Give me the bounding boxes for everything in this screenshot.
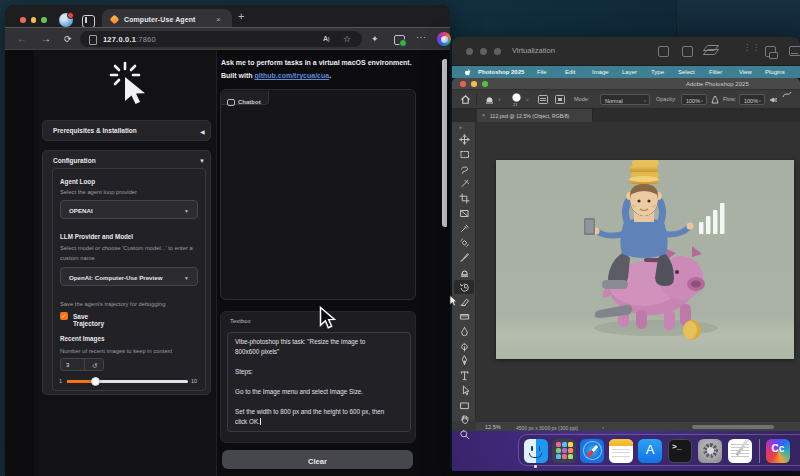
address-bar[interactable]: 127.0.0.1:7860 A) ☆: [80, 31, 362, 47]
menu-image[interactable]: Image: [592, 69, 609, 75]
accordion-configuration[interactable]: Configuration ▼ Agent Loop Select the ag…: [42, 150, 211, 395]
window-close-button[interactable]: [460, 81, 466, 87]
tool-lasso-icon[interactable]: [459, 164, 470, 175]
forward-button[interactable]: →: [41, 33, 51, 45]
dock-finder-icon[interactable]: [524, 439, 548, 463]
dock-safari-icon[interactable]: [580, 439, 604, 463]
dock-terminal-icon[interactable]: >_: [668, 439, 692, 463]
menu-photoshop[interactable]: Photoshop 2025: [478, 69, 524, 75]
tool-quick-selection-icon[interactable]: [459, 178, 470, 189]
tool-history-brush-icon[interactable]: [459, 282, 470, 293]
menu-file[interactable]: File: [537, 69, 547, 75]
read-aloud-icon[interactable]: A): [323, 35, 330, 42]
pressure-opacity-icon[interactable]: [711, 95, 719, 104]
vm-grid-icon[interactable]: ⋮⋮: [743, 46, 755, 55]
tool-path-select-icon[interactable]: [459, 385, 470, 396]
clone-stamp-preset-icon[interactable]: [484, 94, 495, 105]
tool-eyedropper-icon[interactable]: [459, 223, 470, 234]
tool-hand-icon[interactable]: [459, 414, 470, 425]
menu-plugins[interactable]: Plugins: [765, 69, 785, 75]
tool-clone-stamp-icon[interactable]: [459, 267, 470, 278]
menu-select[interactable]: Select: [678, 69, 695, 75]
workspaces-icon[interactable]: [82, 15, 95, 28]
flow-dropdown[interactable]: 100%˅: [739, 94, 765, 105]
menu-type[interactable]: Type: [651, 69, 664, 75]
photoshop-canvas[interactable]: [476, 122, 800, 421]
page-scrollbar-thumb[interactable]: [442, 59, 447, 227]
window-zoom-button[interactable]: [482, 81, 488, 87]
brush-preview-icon[interactable]: [512, 93, 521, 102]
smoothing-icon[interactable]: [782, 90, 792, 99]
document-tab[interactable]: × 112.psd @ 12.5% (Object, RGB/8): [477, 109, 593, 122]
window-minimize-button[interactable]: [480, 48, 487, 55]
slider-thumb[interactable]: [91, 377, 100, 386]
favorites-star-icon[interactable]: ☆: [343, 34, 351, 44]
agent-loop-dropdown[interactable]: OPENAI ▼: [60, 200, 198, 219]
tool-frame-icon[interactable]: [459, 208, 470, 219]
chevron-down-icon[interactable]: ˅: [526, 98, 529, 103]
tool-zoom-icon[interactable]: [459, 429, 470, 440]
opacity-dropdown[interactable]: 100%˅: [681, 94, 707, 105]
tool-dodge-icon[interactable]: [459, 341, 470, 352]
brush-panel-toggle-icon[interactable]: [555, 95, 565, 104]
dock-launchpad-icon[interactable]: [552, 439, 576, 463]
clear-button[interactable]: Clear: [222, 450, 413, 469]
brush-settings-panel-icon[interactable]: [538, 95, 548, 104]
llm-model-dropdown[interactable]: OpenAI: Computer-Use Preview ▼: [60, 267, 198, 286]
window-minimize-button[interactable]: [471, 81, 477, 87]
chevron-down-icon[interactable]: ˅: [498, 98, 501, 103]
airbrush-icon[interactable]: [769, 95, 778, 104]
dock-settings-icon[interactable]: [698, 439, 722, 463]
tool-brush-icon[interactable]: [459, 252, 470, 263]
tool-gradient-icon[interactable]: [459, 311, 470, 322]
zoom-level[interactable]: 12.5%: [485, 424, 501, 430]
browser-essentials-icon[interactable]: [394, 35, 405, 45]
tool-type-icon[interactable]: [459, 370, 470, 381]
dock-appstore-icon[interactable]: A: [638, 439, 662, 463]
task-textarea[interactable]: Vibe-photoshop this task: "Resize the im…: [227, 332, 411, 432]
menu-edit[interactable]: Edit: [565, 69, 575, 75]
window-minimize-button[interactable]: [31, 17, 37, 23]
recent-images-number-input[interactable]: 3: [60, 358, 85, 371]
slider-track[interactable]: [67, 380, 188, 384]
dock-textedit-icon[interactable]: [728, 439, 752, 463]
reset-button[interactable]: ↺: [84, 358, 104, 371]
apple-menu-icon[interactable]: [465, 69, 471, 76]
window-zoom-button[interactable]: [41, 17, 47, 23]
site-info-icon[interactable]: [89, 35, 97, 45]
horizontal-scrollbar-thumb[interactable]: [692, 425, 774, 429]
browser-menu-icon[interactable]: ···: [416, 32, 427, 42]
tool-healing-icon[interactable]: [459, 237, 470, 248]
window-zoom-button[interactable]: [494, 48, 501, 55]
vm-layers-icon[interactable]: [705, 45, 715, 55]
menu-layer[interactable]: Layer: [622, 69, 637, 75]
github-link[interactable]: github.com/trycua/cua: [254, 72, 329, 79]
tab-close-icon[interactable]: ×: [216, 15, 221, 24]
reload-button[interactable]: ⟳: [64, 33, 72, 45]
dock-creative-cloud-icon[interactable]: Cc: [766, 439, 790, 463]
collections-icon[interactable]: ✦: [371, 34, 379, 44]
vm-stop-icon[interactable]: [658, 46, 669, 57]
home-icon[interactable]: [460, 94, 471, 105]
tool-blur-icon[interactable]: [459, 326, 470, 337]
window-close-button[interactable]: [20, 17, 26, 23]
accordion-prerequisites[interactable]: Prerequisites & Installation ◀: [42, 120, 211, 141]
copilot-icon[interactable]: [437, 32, 451, 46]
tool-pen-icon[interactable]: [459, 355, 470, 366]
browser-profile-avatar[interactable]: [59, 13, 73, 27]
vm-snapshot-icon[interactable]: [682, 46, 693, 57]
tool-crop-icon[interactable]: [459, 193, 470, 204]
dock-notes-icon[interactable]: [609, 439, 633, 463]
tab-close-icon[interactable]: ×: [482, 112, 485, 118]
tool-rectangle-icon[interactable]: [459, 400, 470, 411]
tool-eraser-icon[interactable]: [459, 296, 470, 307]
menu-view[interactable]: View: [739, 69, 752, 75]
save-trajectory-checkbox[interactable]: ✓: [60, 312, 68, 320]
back-button[interactable]: ←: [17, 33, 27, 45]
toolbar-expand-icon[interactable]: »: [459, 124, 461, 130]
window-close-button[interactable]: [466, 48, 473, 55]
tool-marquee-icon[interactable]: [459, 149, 470, 160]
status-chevron-icon[interactable]: ›: [602, 424, 604, 430]
tool-move-icon[interactable]: [459, 134, 470, 145]
new-tab-button[interactable]: +: [238, 11, 244, 21]
